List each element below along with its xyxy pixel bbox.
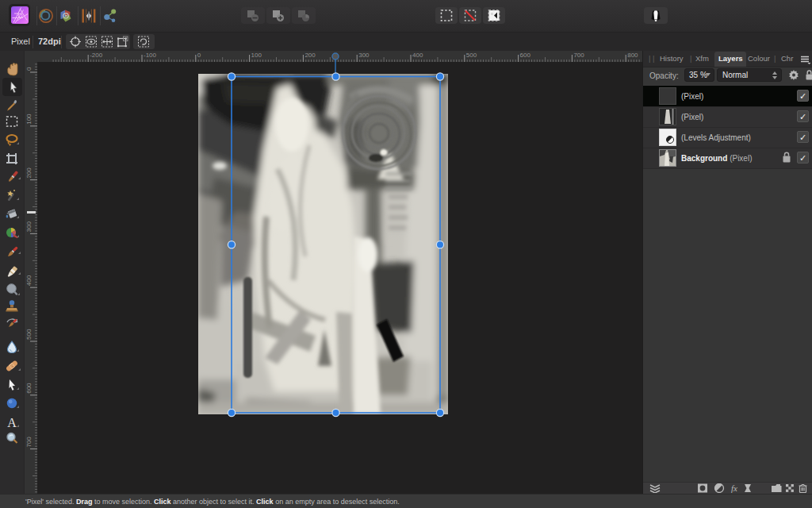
svg-text:300: 300 (358, 52, 370, 59)
svg-text:200: 200 (25, 167, 33, 179)
svg-text:800: 800 (627, 52, 638, 59)
svg-text:700: 700 (25, 437, 33, 448)
svg-text:-200: -200 (90, 52, 103, 59)
svg-text:500: 500 (25, 329, 33, 340)
svg-text:400: 400 (412, 52, 423, 59)
svg-text:500: 500 (466, 52, 477, 59)
svg-text:600: 600 (520, 52, 531, 59)
svg-text:100: 100 (25, 114, 33, 125)
svg-text:700: 700 (573, 52, 584, 59)
svg-text:A: A (7, 416, 17, 429)
svg-text:400: 400 (25, 275, 33, 286)
svg-text:100: 100 (251, 52, 262, 59)
svg-text:0: 0 (25, 67, 33, 71)
svg-text:200: 200 (304, 52, 316, 59)
svg-text:-100: -100 (144, 52, 157, 59)
svg-text:300: 300 (25, 221, 33, 233)
svg-text:600: 600 (25, 383, 33, 394)
svg-text:0: 0 (197, 52, 201, 59)
svg-text:fx: fx (731, 483, 737, 493)
